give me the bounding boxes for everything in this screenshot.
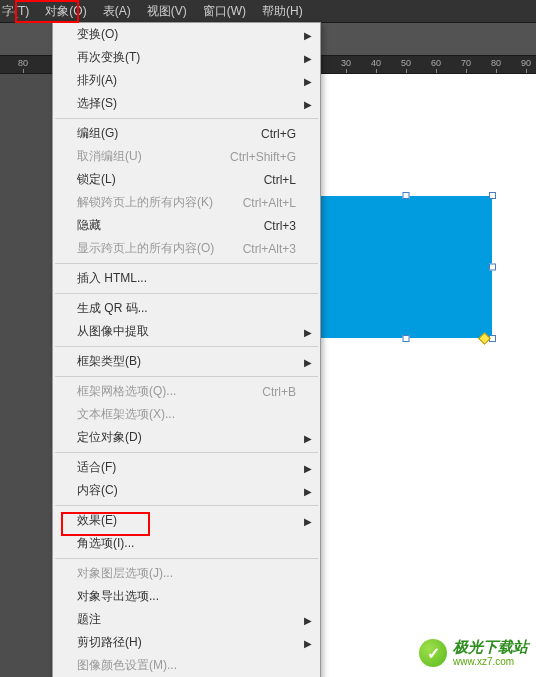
object-menu-dropdown: 变换(O)▶再次变换(T)▶排列(A)▶选择(S)▶编组(G)Ctrl+G取消编… — [52, 22, 321, 677]
menu-item-label: 对象图层选项(J)... — [77, 565, 173, 582]
menu-item-label: 对象导出选项... — [77, 588, 159, 605]
menu-item-label: 图像颜色设置(M)... — [77, 657, 177, 674]
submenu-arrow-icon: ▶ — [304, 356, 312, 367]
selection-handle[interactable] — [403, 192, 410, 199]
menu-item-shortcut: Ctrl+3 — [264, 219, 296, 233]
menu-separator — [55, 505, 318, 506]
menu-object[interactable]: 对象(O) — [37, 0, 94, 23]
submenu-arrow-icon: ▶ — [304, 485, 312, 496]
menu-table[interactable]: 表(A) — [95, 0, 139, 23]
menu-item-label: 题注 — [77, 611, 101, 628]
ruler-tick-label: 90 — [521, 56, 531, 68]
menu-item[interactable]: 对象导出选项... — [53, 585, 320, 608]
menu-item[interactable]: 选择(S)▶ — [53, 92, 320, 115]
watermark: ✓ 极光下载站 www.xz7.com — [419, 639, 528, 667]
menu-item-shortcut: Ctrl+Alt+3 — [243, 242, 296, 256]
menu-item-shortcut: Ctrl+G — [261, 127, 296, 141]
menu-item-label: 从图像中提取 — [77, 323, 149, 340]
menu-item-label: 显示跨页上的所有内容(O) — [77, 240, 214, 257]
watermark-title: 极光下载站 — [453, 639, 528, 656]
menu-separator — [55, 346, 318, 347]
ruler-tick-label: 50 — [401, 56, 411, 68]
menu-item: 取消编组(U)Ctrl+Shift+G — [53, 145, 320, 168]
menu-item-label: 选择(S) — [77, 95, 117, 112]
menu-item-label: 变换(O) — [77, 26, 118, 43]
menu-item-label: 插入 HTML... — [77, 270, 147, 287]
menu-view[interactable]: 视图(V) — [139, 0, 195, 23]
menu-item: 对象图层选项(J)... — [53, 562, 320, 585]
menubar: 字(T) 对象(O) 表(A) 视图(V) 窗口(W) 帮助(H) — [0, 0, 536, 22]
menu-item-label: 编组(G) — [77, 125, 118, 142]
selection-handle[interactable] — [403, 335, 410, 342]
menu-separator — [55, 118, 318, 119]
watermark-url: www.xz7.com — [453, 656, 528, 667]
menu-item[interactable]: 隐藏Ctrl+3 — [53, 214, 320, 237]
menu-item[interactable]: 插入 HTML... — [53, 267, 320, 290]
menu-item-label: 生成 QR 码... — [77, 300, 148, 317]
ruler-tick-label: 80 — [18, 56, 28, 68]
menu-separator — [55, 263, 318, 264]
submenu-arrow-icon: ▶ — [304, 98, 312, 109]
menu-item[interactable]: 角选项(I)... — [53, 532, 320, 555]
menu-item[interactable]: 再次变换(T)▶ — [53, 46, 320, 69]
menu-item[interactable]: 生成 QR 码... — [53, 297, 320, 320]
menu-separator — [55, 293, 318, 294]
menu-item-label: 排列(A) — [77, 72, 117, 89]
ruler-tick-label: 40 — [371, 56, 381, 68]
submenu-arrow-icon: ▶ — [304, 432, 312, 443]
menu-item: 图像颜色设置(M)... — [53, 654, 320, 677]
menu-separator — [55, 558, 318, 559]
menu-item-label: 隐藏 — [77, 217, 101, 234]
menu-item-label: 效果(E) — [77, 512, 117, 529]
ruler-tick-label: 60 — [431, 56, 441, 68]
menu-text[interactable]: 字(T) — [0, 0, 37, 23]
menu-item[interactable]: 框架类型(B)▶ — [53, 350, 320, 373]
menu-item-shortcut: Ctrl+L — [264, 173, 296, 187]
submenu-arrow-icon: ▶ — [304, 637, 312, 648]
page-canvas[interactable] — [320, 74, 536, 677]
ruler-tick-label: 70 — [461, 56, 471, 68]
menu-item-label: 取消编组(U) — [77, 148, 142, 165]
menu-item[interactable]: 剪切路径(H)▶ — [53, 631, 320, 654]
menu-item[interactable]: 从图像中提取▶ — [53, 320, 320, 343]
selection-handle[interactable] — [489, 264, 496, 271]
menu-separator — [55, 376, 318, 377]
menu-item-label: 内容(C) — [77, 482, 118, 499]
submenu-arrow-icon: ▶ — [304, 75, 312, 86]
menu-item-label: 锁定(L) — [77, 171, 116, 188]
menu-item: 解锁跨页上的所有内容(K)Ctrl+Alt+L — [53, 191, 320, 214]
submenu-arrow-icon: ▶ — [304, 515, 312, 526]
menu-item-label: 角选项(I)... — [77, 535, 134, 552]
selected-rectangle[interactable] — [320, 196, 492, 338]
ruler-tick-label: 80 — [491, 56, 501, 68]
menu-item-shortcut: Ctrl+Alt+L — [243, 196, 296, 210]
menu-item[interactable]: 效果(E)▶ — [53, 509, 320, 532]
menu-item-label: 适合(F) — [77, 459, 116, 476]
menu-item-shortcut: Ctrl+B — [262, 385, 296, 399]
menu-item: 框架网格选项(Q)...Ctrl+B — [53, 380, 320, 403]
menu-item-shortcut: Ctrl+Shift+G — [230, 150, 296, 164]
selection-handle[interactable] — [489, 192, 496, 199]
menu-item: 显示跨页上的所有内容(O)Ctrl+Alt+3 — [53, 237, 320, 260]
menu-item-label: 剪切路径(H) — [77, 634, 142, 651]
menu-item-label: 框架网格选项(Q)... — [77, 383, 176, 400]
menu-window[interactable]: 窗口(W) — [195, 0, 254, 23]
menu-item-label: 文本框架选项(X)... — [77, 406, 175, 423]
submenu-arrow-icon: ▶ — [304, 326, 312, 337]
menu-item[interactable]: 排列(A)▶ — [53, 69, 320, 92]
menu-item[interactable]: 变换(O)▶ — [53, 23, 320, 46]
menu-item[interactable]: 内容(C)▶ — [53, 479, 320, 502]
menu-help[interactable]: 帮助(H) — [254, 0, 311, 23]
menu-item[interactable]: 适合(F)▶ — [53, 456, 320, 479]
watermark-logo-icon: ✓ — [419, 639, 447, 667]
menu-item[interactable]: 题注▶ — [53, 608, 320, 631]
menu-item[interactable]: 锁定(L)Ctrl+L — [53, 168, 320, 191]
submenu-arrow-icon: ▶ — [304, 462, 312, 473]
menu-item-label: 定位对象(D) — [77, 429, 142, 446]
menu-item[interactable]: 定位对象(D)▶ — [53, 426, 320, 449]
submenu-arrow-icon: ▶ — [304, 614, 312, 625]
menu-item[interactable]: 编组(G)Ctrl+G — [53, 122, 320, 145]
menu-item-label: 解锁跨页上的所有内容(K) — [77, 194, 213, 211]
submenu-arrow-icon: ▶ — [304, 29, 312, 40]
menu-item-label: 再次变换(T) — [77, 49, 140, 66]
